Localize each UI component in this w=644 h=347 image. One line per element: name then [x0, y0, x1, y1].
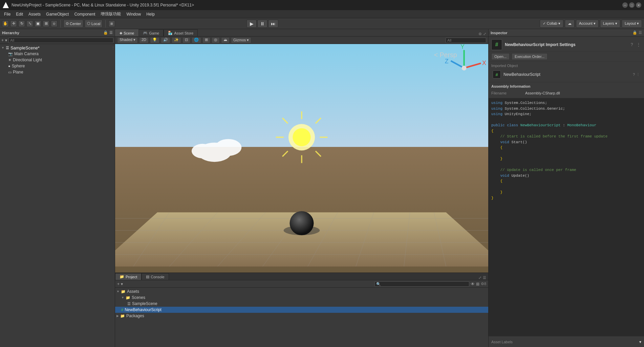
tab-asset-store[interactable]: 🏪 Asset Store: [164, 29, 198, 36]
play-button[interactable]: ▶: [246, 20, 257, 28]
asset-samplescene[interactable]: ☰ SampleScene: [115, 301, 488, 307]
scene-tab-icon: ◈: [120, 31, 122, 35]
rect-tool-btn[interactable]: ▣: [35, 20, 41, 27]
menu-component[interactable]: Component: [71, 11, 98, 17]
asset-newbehaviourscript[interactable]: # NewBehaviourScript: [115, 307, 488, 313]
inspector-help-btn[interactable]: ?: [629, 42, 635, 47]
project-filter-icon[interactable]: ⊞: [476, 282, 479, 286]
tab-scene[interactable]: ◈ Scene: [115, 29, 138, 36]
bottom-tab-controls: ⤢ ☰: [478, 276, 488, 280]
filename-label: Filename: [491, 91, 525, 95]
frame-btn[interactable]: ⊡: [183, 37, 190, 43]
code-line-1: using System.Collections;: [491, 100, 641, 106]
menu-assets[interactable]: Assets: [26, 11, 43, 17]
tab-game[interactable]: 🎮 Game: [138, 29, 164, 36]
terrain-btn[interactable]: ⛰: [221, 37, 230, 43]
shading-dropdown[interactable]: Shaded ▾: [117, 37, 138, 43]
tab-project[interactable]: 📁 Project: [115, 273, 142, 280]
menu-enhanced[interactable]: 增强版功能: [98, 10, 124, 18]
window-controls[interactable]: ─ □ ✕: [622, 2, 641, 8]
folder-icon: 📁: [121, 289, 126, 294]
project-add-btn[interactable]: +: [117, 282, 120, 286]
scene-search-input[interactable]: [446, 38, 486, 43]
menu-edit[interactable]: Edit: [13, 11, 26, 17]
menu-file[interactable]: File: [1, 11, 13, 17]
asset-folder-packages[interactable]: ▶ 📁 Packages: [115, 313, 488, 319]
gizmos-btn[interactable]: Gizmos ▾: [231, 37, 251, 43]
effects-btn[interactable]: ✨: [172, 37, 181, 43]
close-button[interactable]: ✕: [636, 2, 641, 8]
menu-help[interactable]: Help: [144, 11, 157, 17]
hierarchy-search-input[interactable]: [8, 38, 113, 43]
scene-toolbar: Shaded ▾ 2D 💡 🔊 ✨ ⊡ 🌐 ⊞ ◎ ⛰ Gizmos ▾: [115, 37, 488, 44]
scale-tool-btn[interactable]: ⤡: [26, 20, 33, 27]
rotate-tool-btn[interactable]: ↻: [18, 20, 25, 27]
hierarchy-item-plane[interactable]: ▭ Plane: [0, 69, 115, 75]
collab-button[interactable]: ✓ Collab ▾: [540, 20, 563, 28]
imported-obj-options-icon[interactable]: ⋮: [636, 72, 640, 77]
lighting-btn[interactable]: 💡: [150, 37, 159, 43]
inspector-title-icons: ? ⋮: [629, 42, 641, 47]
hierarchy-lock-icon[interactable]: 🔒: [103, 30, 108, 35]
hierarchy-scene-menu[interactable]: ⋮: [111, 46, 115, 50]
hierarchy-add-btn[interactable]: +: [1, 38, 4, 43]
grid-btn[interactable]: ⊞: [202, 37, 210, 43]
hierarchy-menu-icon[interactable]: ☰: [109, 30, 113, 35]
menu-gameobject[interactable]: GameObject: [43, 11, 71, 17]
inspector-lock-icon[interactable]: 🔒: [632, 30, 637, 35]
project-search-input[interactable]: [374, 281, 469, 287]
asset-labels-dropdown[interactable]: ▾: [639, 340, 641, 344]
hidden-btn[interactable]: ◎: [212, 37, 220, 43]
local-button[interactable]: ⬡ Local: [85, 20, 103, 28]
2d-btn[interactable]: 2D: [139, 37, 149, 43]
toolbar: ✋ ✛ ↻ ⤡ ▣ ⊞ ⊙ ⊙ Center ⬡ Local ⊞ ▶ ⏸ ⏭ ✓…: [0, 18, 644, 29]
separator-1: [60, 20, 61, 27]
inspector-menu-icon[interactable]: ☰: [639, 30, 642, 35]
pivot-icon: ⊙: [51, 20, 58, 27]
menu-window[interactable]: Window: [124, 11, 144, 17]
asset-folder-scenes[interactable]: ▼ 📁 Scenes: [115, 295, 488, 301]
tab-console[interactable]: ▤ Console: [142, 273, 169, 280]
project-dropdown-btn[interactable]: ▾: [121, 282, 123, 286]
view-tab-settings-icon[interactable]: ⚙: [478, 32, 482, 36]
imported-obj-help-icon[interactable]: ?: [633, 72, 635, 77]
layout-button[interactable]: Layout ▾: [622, 20, 642, 28]
custom-tool-btn[interactable]: ⊞: [43, 20, 49, 27]
hand-tool-btn[interactable]: ✋: [2, 20, 9, 27]
inspector-options-btn[interactable]: ⋮: [636, 42, 641, 47]
hierarchy-item-main-camera[interactable]: 📷 Main Camera: [0, 51, 115, 57]
account-button[interactable]: Account ▾: [576, 20, 599, 28]
project-search-icon[interactable]: 👁: [471, 282, 475, 286]
center-icon: ⊙: [66, 21, 69, 26]
asset-folder-assets[interactable]: ▼ 📁 Assets: [115, 288, 488, 295]
plane-icon: ▭: [8, 70, 12, 74]
bottom-maximize-icon[interactable]: ⤢: [478, 276, 481, 280]
maximize-button[interactable]: □: [629, 2, 635, 8]
hierarchy-item-directional-light[interactable]: ☀ Directional Light: [0, 57, 115, 63]
bottom-menu-icon[interactable]: ☰: [483, 276, 486, 280]
hierarchy-item-sphere[interactable]: ● Sphere: [0, 63, 115, 69]
hierarchy-item-samplescene[interactable]: ▼ ☰ SampleScene* ⋮: [0, 45, 115, 51]
snap-icon[interactable]: ⊞: [108, 20, 115, 27]
open-button[interactable]: Open...: [491, 53, 510, 60]
light-icon: ☀: [8, 58, 12, 62]
layers-button[interactable]: Layers ▾: [600, 20, 620, 28]
packages-folder-icon: 📁: [120, 314, 125, 318]
plane-label: Plane: [13, 70, 23, 74]
pause-button[interactable]: ⏸: [257, 20, 267, 28]
cloud-button[interactable]: ☁: [565, 20, 575, 28]
hierarchy-dropdown-btn[interactable]: ▾: [5, 38, 7, 43]
center-button[interactable]: ⊙ Center: [63, 20, 83, 28]
overdraw-btn[interactable]: 🌐: [192, 37, 201, 43]
step-button[interactable]: ⏭: [268, 20, 278, 28]
light-label: Directional Light: [13, 58, 42, 62]
move-tool-btn[interactable]: ✛: [10, 20, 17, 27]
code-line-13: // Update is called once per frame: [491, 167, 641, 173]
scene-view[interactable]: X Y Z < Persp: [115, 44, 488, 273]
minimize-button[interactable]: ─: [622, 2, 628, 8]
project-tab-icon: 📁: [120, 275, 124, 279]
svg-text:X: X: [482, 60, 486, 66]
audio-btn[interactable]: 🔊: [161, 37, 170, 43]
view-tab-maximize-icon[interactable]: ⤢: [483, 32, 486, 36]
execution-order-button[interactable]: Execution Order...: [512, 53, 548, 60]
